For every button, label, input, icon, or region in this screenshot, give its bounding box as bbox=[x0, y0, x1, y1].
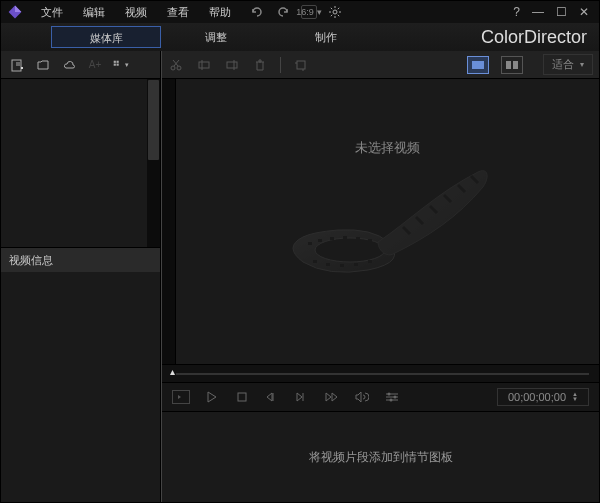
cut-icon bbox=[168, 57, 184, 73]
menu-help[interactable]: 帮助 bbox=[199, 1, 241, 23]
menubar: 文件 编辑 视频 查看 帮助 16:9▾ ? — ☐ ✕ bbox=[1, 1, 599, 23]
center-panel: 适合▾ 未选择视频 bbox=[161, 51, 599, 502]
chevron-down-icon: ▾ bbox=[317, 7, 322, 17]
media-scrollbar[interactable] bbox=[147, 79, 160, 247]
app-title: ColorDirector bbox=[481, 27, 587, 48]
menu-file[interactable]: 文件 bbox=[31, 1, 73, 23]
single-view-button[interactable] bbox=[467, 56, 489, 74]
chevron-down-icon: ▾ bbox=[125, 61, 129, 69]
help-icon[interactable]: ? bbox=[513, 5, 520, 19]
compare-view-button[interactable] bbox=[501, 56, 523, 74]
new-folder-icon[interactable] bbox=[9, 57, 25, 73]
redo-icon[interactable] bbox=[275, 4, 291, 20]
split-right-icon bbox=[224, 57, 240, 73]
svg-rect-28 bbox=[368, 239, 372, 242]
svg-rect-31 bbox=[340, 264, 344, 267]
svg-rect-13 bbox=[472, 61, 484, 69]
svg-point-35 bbox=[388, 393, 391, 396]
cloud-icon[interactable] bbox=[61, 57, 77, 73]
zoom-label: 适合 bbox=[552, 57, 574, 72]
menu-video[interactable]: 视频 bbox=[115, 1, 157, 23]
undo-icon[interactable] bbox=[249, 4, 265, 20]
svg-point-36 bbox=[394, 396, 397, 399]
svg-rect-15 bbox=[513, 61, 518, 69]
import-icon[interactable] bbox=[35, 57, 51, 73]
svg-rect-4 bbox=[114, 60, 116, 62]
crop-icon bbox=[293, 57, 309, 73]
timecode-stepper[interactable]: ▲▼ bbox=[572, 392, 578, 402]
menu-edit[interactable]: 编辑 bbox=[73, 1, 115, 23]
timecode-display[interactable]: 00;00;00;00 ▲▼ bbox=[497, 388, 589, 406]
trash-icon bbox=[252, 57, 268, 73]
chevron-down-icon: ▾ bbox=[580, 60, 584, 69]
menu-view[interactable]: 查看 bbox=[157, 1, 199, 23]
settings-toggle-icon[interactable] bbox=[384, 389, 400, 405]
svg-rect-26 bbox=[343, 236, 347, 239]
svg-rect-29 bbox=[313, 260, 317, 263]
svg-rect-14 bbox=[506, 61, 511, 69]
svg-rect-23 bbox=[308, 242, 312, 245]
svg-rect-34 bbox=[238, 393, 246, 401]
svg-point-9 bbox=[177, 66, 181, 70]
svg-point-37 bbox=[390, 399, 393, 402]
zoom-fit-dropdown[interactable]: 适合▾ bbox=[543, 54, 593, 75]
storyboard-panel[interactable]: 将视频片段添加到情节图板 bbox=[162, 412, 599, 502]
view-mode-icon[interactable]: ▾ bbox=[113, 57, 129, 73]
timeline-track bbox=[176, 373, 589, 375]
storyboard-hint: 将视频片段添加到情节图板 bbox=[309, 449, 453, 466]
aspect-ratio-value: 16:9 bbox=[296, 7, 314, 17]
close-icon[interactable]: ✕ bbox=[579, 5, 589, 19]
split-left-icon bbox=[196, 57, 212, 73]
svg-rect-12 bbox=[297, 61, 305, 69]
aspect-ratio-dropdown[interactable]: 16:9▾ bbox=[301, 5, 317, 19]
app-logo bbox=[5, 2, 25, 22]
playback-controls: 00;00;00;00 ▲▼ bbox=[162, 382, 599, 412]
svg-rect-30 bbox=[326, 263, 330, 266]
media-toolbar: A+ ▾ bbox=[1, 51, 160, 79]
settings-icon[interactable] bbox=[327, 4, 343, 20]
svg-point-2 bbox=[333, 10, 337, 14]
film-reel-icon bbox=[278, 142, 498, 302]
svg-rect-7 bbox=[117, 63, 119, 65]
svg-rect-11 bbox=[227, 62, 237, 68]
scrollbar-thumb[interactable] bbox=[148, 80, 159, 160]
timeline-scrubber[interactable]: ▴ bbox=[162, 364, 599, 382]
timecode-value: 00;00;00;00 bbox=[508, 391, 566, 403]
svg-rect-5 bbox=[117, 60, 119, 62]
preview-gutter bbox=[162, 79, 176, 364]
preview-canvas[interactable]: 未选择视频 bbox=[176, 79, 599, 364]
tab-media[interactable]: 媒体库 bbox=[51, 26, 161, 48]
tabbar: 媒体库 调整 制作 ColorDirector bbox=[1, 23, 599, 51]
fast-forward-button[interactable] bbox=[324, 389, 340, 405]
stop-button[interactable] bbox=[234, 389, 250, 405]
svg-rect-6 bbox=[114, 63, 116, 65]
minimize-icon[interactable]: — bbox=[532, 5, 544, 19]
volume-icon[interactable] bbox=[354, 389, 370, 405]
video-info-panel bbox=[1, 272, 160, 502]
svg-point-16 bbox=[315, 238, 385, 262]
tab-produce[interactable]: 制作 bbox=[271, 26, 381, 48]
svg-rect-25 bbox=[330, 237, 334, 240]
media-library-content[interactable] bbox=[1, 79, 147, 247]
maximize-icon[interactable]: ☐ bbox=[556, 5, 567, 19]
play-button[interactable] bbox=[204, 389, 220, 405]
next-frame-button[interactable] bbox=[294, 389, 310, 405]
svg-rect-24 bbox=[318, 239, 322, 242]
tab-adjust[interactable]: 调整 bbox=[161, 26, 271, 48]
svg-rect-33 bbox=[368, 260, 372, 263]
svg-marker-1 bbox=[15, 6, 21, 12]
video-info-header: 视频信息 bbox=[1, 248, 160, 272]
loop-button[interactable] bbox=[172, 390, 190, 404]
step-down-icon[interactable]: ▼ bbox=[572, 397, 578, 402]
svg-rect-27 bbox=[356, 237, 360, 240]
sidebar: A+ ▾ 视频信息 bbox=[1, 51, 161, 502]
svg-point-8 bbox=[171, 66, 175, 70]
playhead-icon[interactable]: ▴ bbox=[170, 366, 175, 377]
media-library bbox=[1, 79, 160, 248]
svg-rect-10 bbox=[199, 62, 209, 68]
svg-rect-32 bbox=[354, 263, 358, 266]
prev-frame-button[interactable] bbox=[264, 389, 280, 405]
font-size-icon: A+ bbox=[87, 57, 103, 73]
preview-toolbar: 适合▾ bbox=[162, 51, 599, 79]
